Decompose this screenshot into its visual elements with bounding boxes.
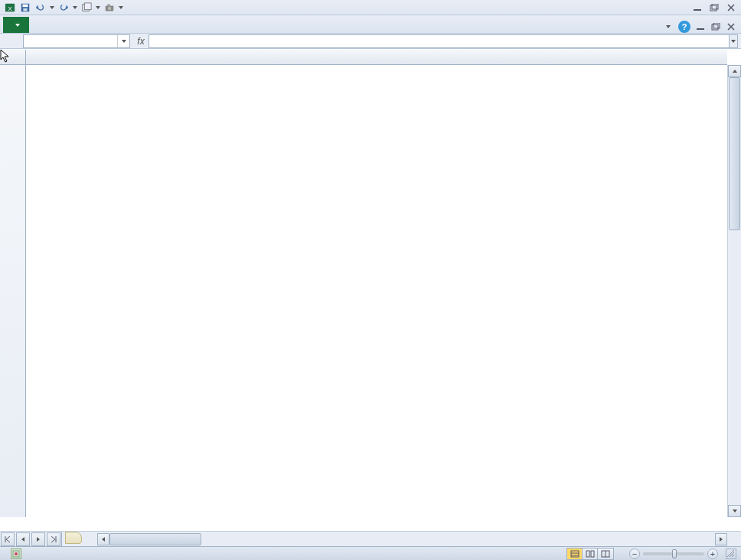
svg-rect-21 [586, 551, 589, 557]
page-layout-view-icon[interactable] [583, 549, 598, 559]
camera-icon[interactable] [103, 2, 116, 14]
zoom-in-icon[interactable]: + [707, 549, 718, 559]
horizontal-scrollbar[interactable] [97, 532, 727, 546]
quick-access-toolbar: X [3, 2, 124, 14]
svg-rect-14 [712, 24, 718, 30]
select-all-corner[interactable] [0, 50, 26, 65]
sheet-nav [0, 532, 62, 546]
doc-close-icon[interactable] [726, 21, 736, 32]
zoom-out-icon[interactable]: − [629, 549, 640, 559]
ribbon-tabs: ? [0, 15, 741, 34]
scroll-left-icon[interactable] [97, 533, 109, 545]
redo-icon[interactable] [57, 2, 70, 14]
scroll-corner [727, 532, 741, 547]
help-icon[interactable]: ? [678, 21, 690, 33]
formula-bar-row: fx [0, 34, 741, 49]
scroll-down-icon[interactable] [728, 505, 741, 517]
vertical-scrollbar[interactable] [727, 65, 741, 517]
svg-rect-15 [713, 23, 720, 28]
row-headers [0, 65, 26, 517]
sheet-prev-icon[interactable] [16, 532, 30, 546]
qat-customize[interactable] [118, 6, 124, 9]
svg-point-17 [15, 552, 18, 555]
svg-rect-11 [710, 5, 717, 11]
svg-rect-12 [712, 4, 718, 9]
qat-dd-1[interactable] [95, 6, 101, 9]
sheet-next-icon[interactable] [31, 532, 45, 546]
window-controls [690, 2, 738, 13]
title-bar: X [0, 0, 741, 15]
fx-icon[interactable]: fx [133, 34, 149, 48]
column-headers [26, 50, 727, 65]
undo-icon[interactable] [34, 2, 47, 14]
cells-area[interactable] [26, 65, 727, 517]
svg-rect-3 [23, 4, 28, 7]
zoom-handle[interactable] [672, 549, 677, 558]
svg-rect-18 [571, 551, 579, 557]
name-box[interactable] [23, 34, 130, 48]
svg-rect-9 [107, 4, 110, 5]
excel-icon[interactable]: X [3, 2, 17, 14]
status-bar: − + [0, 546, 741, 560]
new-sheet-icon[interactable] [65, 532, 82, 544]
hscroll-thumb[interactable] [109, 533, 201, 545]
sheet-tab-bar [0, 531, 741, 546]
sheet-first-icon[interactable] [1, 532, 15, 546]
sheet-last-icon[interactable] [47, 532, 60, 546]
qat-item-1[interactable] [80, 2, 93, 14]
svg-rect-10 [694, 9, 701, 11]
svg-rect-13 [697, 28, 704, 30]
restore-icon[interactable] [707, 2, 721, 13]
namebox-dropdown[interactable] [117, 35, 129, 47]
svg-rect-22 [591, 551, 594, 557]
svg-point-8 [108, 6, 111, 9]
macro-record-icon[interactable] [11, 549, 21, 559]
save-icon[interactable] [18, 2, 32, 14]
normal-view-icon[interactable] [567, 549, 583, 559]
formula-expand-icon[interactable] [729, 34, 738, 48]
formula-input[interactable] [149, 34, 733, 48]
file-tab[interactable] [3, 17, 29, 33]
doc-restore-icon[interactable] [710, 21, 721, 32]
undo-dropdown[interactable] [49, 6, 55, 9]
doc-minimize-icon[interactable] [695, 21, 706, 32]
svg-rect-6 [84, 2, 91, 9]
svg-text:X: X [8, 5, 12, 11]
redo-dropdown[interactable] [72, 6, 78, 9]
ribbon-min-caret[interactable] [663, 21, 674, 32]
page-break-view-icon[interactable] [598, 549, 613, 559]
scroll-right-icon[interactable] [715, 533, 727, 545]
zoom-slider[interactable] [643, 552, 704, 555]
resize-grip-icon[interactable] [726, 549, 736, 559]
close-icon[interactable] [724, 2, 738, 13]
scroll-up-icon[interactable] [728, 65, 741, 77]
vscroll-thumb[interactable] [729, 77, 740, 230]
view-buttons [566, 548, 614, 560]
spreadsheet-grid [0, 50, 741, 531]
svg-rect-4 [23, 8, 27, 11]
minimize-icon[interactable] [690, 2, 704, 13]
